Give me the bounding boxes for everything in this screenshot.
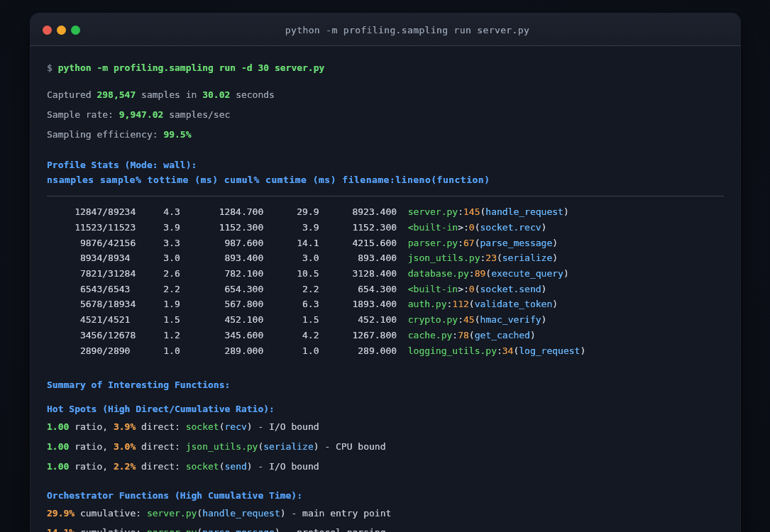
text-segment: > [458, 284, 463, 294]
text-segment: cumulative: [75, 508, 147, 519]
cumulative-line: 29.9% cumulative: server.py(handle_reque… [47, 506, 724, 521]
text-segment: 34 [502, 345, 514, 356]
table-divider [47, 196, 724, 196]
text-segment: > [458, 222, 463, 233]
hotspots-heading: Hot Spots (High Direct/Cumulative Ratio)… [47, 402, 724, 416]
text-segment: cache.py [408, 330, 453, 340]
text-segment: 1.00 [47, 441, 69, 452]
text-segment: ratio, [69, 421, 114, 432]
text-segment: ) [280, 508, 286, 519]
profile-stats-heading: Profile Stats (Mode: wall): [47, 158, 724, 172]
text-segment: handle_request [202, 508, 280, 519]
text-segment: recv [225, 421, 247, 432]
text-segment: ( [469, 330, 475, 340]
text-segment: Sample rate: [47, 109, 119, 120]
text-segment: json_utils.py [186, 441, 258, 452]
text-segment: - CPU bound [319, 441, 386, 452]
text-segment: parser.py [408, 238, 458, 248]
text-segment: 5678/18934 1.9 567.800 6.3 1893.400 [47, 299, 408, 309]
text-segment: 7821/31284 2.6 782.100 10.5 3128.400 [47, 268, 408, 279]
text-segment: socket [186, 421, 219, 432]
text-segment: parse_message [480, 238, 553, 248]
text-segment: 29.9% [47, 508, 75, 519]
close-button[interactable] [43, 26, 52, 35]
text-segment: nsamples sample% tottime (ms) cumul% cum… [47, 174, 490, 185]
text-segment: socket.send [480, 284, 541, 294]
text-segment: $ [47, 62, 58, 73]
minimize-button[interactable] [57, 26, 66, 35]
stat-line: Captured 298,547 samples in 30.02 second… [47, 88, 724, 102]
traffic-lights [43, 13, 80, 45]
text-segment: logging_utils.py [408, 345, 497, 356]
text-segment: hmac_verify [480, 314, 541, 325]
text-segment: Orchestrator Functions (High Cumulative … [47, 490, 302, 501]
text-segment: database.py [408, 268, 469, 279]
text-segment: ( [485, 268, 491, 279]
text-segment: python -m profiling.sampling run -d 30 s… [58, 62, 325, 73]
text-segment: 3.9% [114, 421, 136, 432]
text-segment: ( [219, 421, 225, 432]
text-segment: samples in [136, 89, 202, 100]
text-segment: 9,947.02 [119, 109, 164, 120]
text-segment: 0 [469, 222, 475, 233]
text-segment: crypto.py [408, 314, 458, 325]
text-segment: 145 [463, 206, 480, 217]
table-row: 7821/31284 2.6 782.100 10.5 3128.400 dat… [47, 266, 724, 282]
text-segment: ) [563, 268, 569, 279]
text-segment: ( [197, 508, 202, 519]
table-row: 2890/2890 1.0 289.000 1.0 289.000 loggin… [47, 343, 724, 359]
text-segment: 89 [475, 268, 486, 279]
table-row: 12847/89234 4.3 1284.700 29.9 8923.400 s… [47, 204, 724, 220]
titlebar: python -m profiling.sampling run server.… [30, 13, 741, 46]
text-segment: server.py [147, 508, 197, 519]
table-header: nsamples sample% tottime (ms) cumul% cum… [47, 173, 724, 187]
text-segment: seconds [230, 89, 275, 100]
text-segment: ) [530, 330, 536, 340]
summary-heading: Summary of Interesting Functions: [47, 378, 724, 392]
text-segment: 14.1% [47, 527, 75, 532]
text-segment: ) [247, 421, 253, 432]
text-segment: Hot Spots (High Direct/Cumulative Ratio)… [47, 404, 275, 414]
text-segment: : [463, 284, 469, 294]
text-segment: - main entry point [286, 508, 392, 519]
cumulative-line: 14.1% cumulative: parser.py(parse_messag… [47, 526, 724, 532]
text-segment: 11523/11523 3.9 1152.300 3.9 1152.300 [47, 222, 408, 233]
text-segment: 4521/4521 1.5 452.100 1.5 452.100 [47, 314, 408, 325]
text-segment: 3.0% [114, 441, 136, 452]
text-segment: socket.recv [480, 222, 541, 233]
text-segment: Captured [47, 89, 97, 100]
text-segment: 298,547 [97, 89, 136, 100]
text-segment: <built-in [408, 222, 458, 233]
text-segment: ratio, [69, 441, 114, 452]
text-segment: ) [247, 461, 253, 472]
text-segment: 8934/8934 3.0 893.400 3.0 893.400 [47, 253, 408, 263]
text-segment: : [458, 206, 463, 217]
text-segment: ) [541, 314, 547, 325]
text-segment: 78 [458, 330, 469, 340]
text-segment: send [225, 461, 247, 472]
text-segment: 23 [485, 253, 497, 263]
text-segment: 12847/89234 4.3 1284.700 29.9 8923.400 [47, 206, 408, 217]
table-row: 6543/6543 2.2 654.300 2.2 654.300 <built… [47, 282, 724, 297]
text-segment: direct: [136, 421, 185, 432]
text-segment: - I/O bound [253, 461, 319, 472]
text-segment: 112 [452, 299, 468, 309]
text-segment: : [497, 345, 502, 356]
text-segment: ( [469, 299, 475, 309]
text-segment: log_request [519, 345, 580, 356]
text-segment: serialize [502, 253, 552, 263]
text-segment: samples/sec [163, 109, 230, 120]
text-segment: get_cached [475, 330, 530, 340]
text-segment: <built-in [408, 284, 458, 294]
text-segment: server.py [408, 206, 458, 217]
text-segment: ( [219, 461, 225, 472]
text-segment: ( [475, 314, 480, 325]
text-segment: ratio, [69, 461, 114, 472]
text-segment: 2890/2890 1.0 289.000 1.0 289.000 [47, 345, 408, 356]
text-segment: auth.py [408, 299, 447, 309]
text-segment: : [458, 314, 463, 325]
zoom-button[interactable] [71, 26, 80, 35]
stat-line: Sampling efficiency: 99.5% [47, 128, 724, 142]
text-segment: execute_query [491, 268, 563, 279]
text-segment: ) [580, 345, 585, 356]
